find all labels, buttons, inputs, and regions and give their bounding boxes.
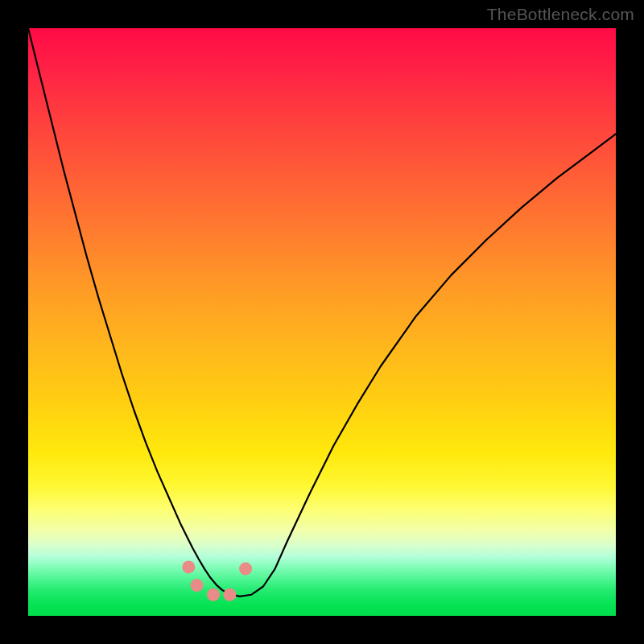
data-marker xyxy=(223,588,236,601)
chart-frame: TheBottleneck.com xyxy=(0,0,644,644)
watermark-text: TheBottleneck.com xyxy=(487,5,634,24)
markers-layer xyxy=(28,28,616,616)
data-marker xyxy=(207,588,220,601)
data-marker xyxy=(239,563,252,576)
data-marker xyxy=(191,579,204,592)
plot-area xyxy=(28,28,616,616)
data-marker xyxy=(182,560,195,573)
